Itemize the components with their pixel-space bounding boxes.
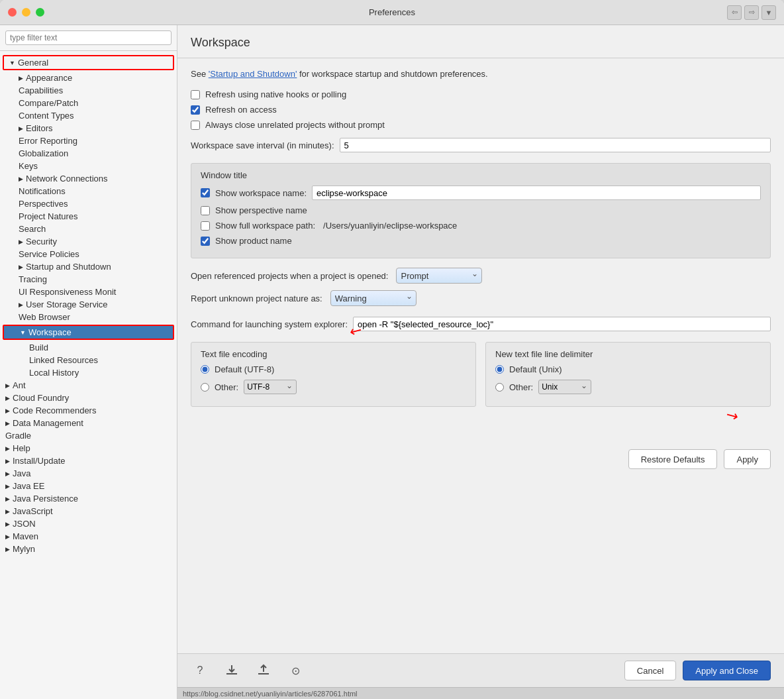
java-arrow: ▶	[5, 470, 10, 477]
sidebar-item-startup-shutdown[interactable]: ▶ Startup and Shutdown	[0, 260, 177, 273]
sidebar-item-data-management[interactable]: ▶ Data Management	[0, 417, 177, 429]
sidebar-item-cloud-foundry[interactable]: ▶ Cloud Foundry	[0, 392, 177, 404]
sidebar-item-compare-patch[interactable]: Compare/Patch	[0, 97, 177, 109]
line-delimiter-title: New text file line delimiter	[495, 349, 761, 359]
capabilities-label: Capabilities	[19, 85, 63, 95]
sidebar-item-globalization[interactable]: Globalization	[0, 147, 177, 160]
apply-button[interactable]: Apply	[724, 449, 771, 469]
sidebar-item-help[interactable]: ▶ Help	[0, 442, 177, 455]
show-full-path-checkbox[interactable]	[201, 221, 210, 231]
status-text: https://blog.csidnet.net/yuanliyin/artic…	[183, 690, 358, 698]
workspace-name-input[interactable]	[312, 186, 761, 200]
import-icon[interactable]	[222, 661, 241, 680]
encoding-delimiter-row: Text file encoding Default (UTF-8) Other…	[191, 342, 771, 407]
dropdown-arrow[interactable]: ▼	[761, 5, 776, 20]
back-arrow[interactable]: ⇦	[727, 5, 742, 20]
sidebar-item-web-browser[interactable]: Web Browser	[0, 311, 177, 323]
always-close-row: Always close unrelated projects without …	[191, 120, 771, 130]
data-arrow: ▶	[5, 420, 10, 427]
sidebar-item-general[interactable]: ▼ General	[4, 56, 173, 69]
sidebar-item-mylyn[interactable]: ▶ Mylyn	[0, 543, 177, 555]
encoding-other-radio[interactable]	[201, 383, 209, 392]
sidebar-item-java[interactable]: ▶ Java	[0, 467, 177, 480]
sidebar-item-java-ee[interactable]: ▶ Java EE	[0, 480, 177, 492]
show-workspace-name-checkbox[interactable]	[201, 188, 210, 197]
minimize-button[interactable]	[22, 8, 30, 17]
help-icon[interactable]: ?	[191, 661, 209, 680]
show-perspective-name-checkbox[interactable]	[201, 206, 210, 215]
content-types-label: Content Types	[19, 111, 74, 121]
sidebar-item-code-recommenders[interactable]: ▶ Code Recommenders	[0, 404, 177, 417]
encoding-other-label: Other:	[215, 382, 238, 392]
delimiter-other-radio[interactable]	[495, 383, 504, 392]
delimiter-other-select[interactable]: Unix	[538, 380, 591, 394]
show-full-path-row: Show full workspace path: /Users/yuanliy…	[201, 221, 761, 231]
java-ee-label: Java EE	[13, 481, 44, 491]
sidebar-item-javascript[interactable]: ▶ JavaScript	[0, 505, 177, 517]
ant-arrow: ▶	[5, 382, 10, 389]
report-unknown-select[interactable]: Warning Error Ignore	[330, 290, 416, 306]
always-close-checkbox[interactable]	[191, 121, 200, 130]
sidebar-item-install-update[interactable]: ▶ Install/Update	[0, 455, 177, 467]
keys-label: Keys	[19, 161, 38, 171]
refresh-access-checkbox[interactable]	[191, 105, 200, 115]
sidebar-item-local-history[interactable]: Local History	[0, 366, 177, 379]
encoding-other-select[interactable]: UTF-8	[244, 380, 297, 394]
sidebar-item-project-natures[interactable]: Project Natures	[0, 210, 177, 223]
refresh-access-row: Refresh on access	[191, 105, 771, 115]
sidebar-item-keys[interactable]: Keys	[0, 160, 177, 172]
editors-label: Editors	[26, 123, 52, 133]
forward-arrow[interactable]: ⇨	[744, 5, 759, 20]
startup-shutdown-link[interactable]: 'Startup and Shutdown'	[209, 69, 297, 79]
show-full-path-label: Show full workspace path:	[215, 221, 315, 231]
sidebar-item-notifications[interactable]: Notifications	[0, 185, 177, 197]
open-referenced-select[interactable]: Prompt Always Never	[396, 268, 482, 284]
sidebar-item-editors[interactable]: ▶ Editors	[0, 122, 177, 134]
show-product-name-checkbox[interactable]	[201, 237, 210, 246]
maximize-button[interactable]	[36, 8, 44, 17]
apply-close-button[interactable]: Apply and Close	[683, 661, 771, 680]
settings-icon[interactable]: ⊙	[286, 661, 305, 680]
report-unknown-row: Report unknown project nature as: Warnin…	[191, 290, 771, 306]
export-icon[interactable]	[254, 661, 273, 680]
startup-arrow: ▶	[19, 264, 23, 270]
command-input[interactable]	[353, 317, 771, 331]
preferences-window: Preferences ⇦ ⇨ ▼ ▼ General	[0, 0, 784, 699]
network-arrow: ▶	[19, 176, 23, 182]
cancel-button[interactable]: Cancel	[624, 661, 676, 680]
close-button[interactable]	[8, 8, 17, 17]
report-unknown-label: Report unknown project nature as:	[191, 294, 322, 303]
sidebar-item-tracing[interactable]: Tracing	[0, 273, 177, 286]
sidebar-item-build[interactable]: Build	[0, 341, 177, 354]
code-arrow: ▶	[5, 407, 10, 414]
sidebar-item-appearance[interactable]: ▶ Appearance	[0, 72, 177, 84]
sidebar-item-json[interactable]: ▶ JSON	[0, 517, 177, 530]
sidebar-item-search[interactable]: Search	[0, 223, 177, 235]
workspace-save-input[interactable]	[340, 138, 771, 152]
restore-defaults-button[interactable]: Restore Defaults	[628, 449, 718, 469]
sidebar-item-maven[interactable]: ▶ Maven	[0, 530, 177, 543]
local-history-label: Local History	[29, 368, 79, 378]
sidebar-item-service-policies[interactable]: Service Policies	[0, 248, 177, 260]
sidebar-item-workspace[interactable]: ▼ Workspace	[4, 326, 173, 339]
encoding-default-radio[interactable]	[201, 365, 209, 374]
sidebar-item-error-reporting[interactable]: Error Reporting	[0, 134, 177, 147]
refresh-native-checkbox[interactable]	[191, 90, 200, 99]
open-referenced-select-wrapper: Prompt Always Never	[396, 268, 482, 284]
sidebar-item-security[interactable]: ▶ Security	[0, 235, 177, 248]
search-input[interactable]	[5, 30, 172, 45]
sidebar-item-capabilities[interactable]: Capabilities	[0, 84, 177, 97]
sidebar-item-java-persistence[interactable]: ▶ Java Persistence	[0, 492, 177, 505]
sidebar-item-ant[interactable]: ▶ Ant	[0, 379, 177, 392]
delimiter-default-radio[interactable]	[495, 365, 504, 374]
sidebar-item-network-connections[interactable]: ▶ Network Connections	[0, 172, 177, 185]
sidebar-item-user-storage[interactable]: ▶ User Storage Service	[0, 298, 177, 311]
sidebar-item-ui-responsiveness[interactable]: UI Responsiveness Monit	[0, 286, 177, 298]
sidebar-item-gradle[interactable]: Gradle	[0, 429, 177, 442]
delimiter-other-select-wrapper: Unix	[538, 380, 591, 394]
text-encoding-box: Text file encoding Default (UTF-8) Other…	[191, 342, 476, 407]
sidebar-item-linked-resources[interactable]: Linked Resources	[0, 354, 177, 366]
sidebar-item-content-types[interactable]: Content Types	[0, 109, 177, 122]
sidebar-item-perspectives[interactable]: Perspectives	[0, 197, 177, 210]
window-title-heading: Window title	[201, 170, 761, 180]
